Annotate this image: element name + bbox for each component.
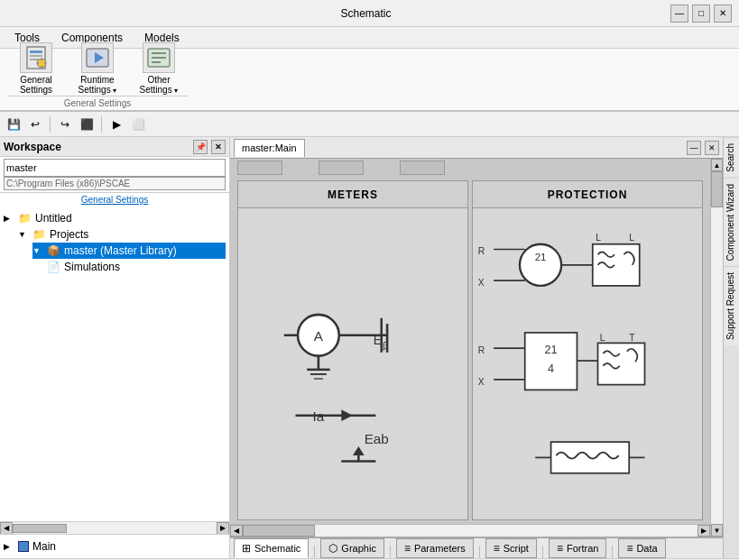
tab-schematic[interactable]: ⊞ Schematic	[234, 538, 309, 558]
general-settings-link[interactable]: General Settings	[0, 193, 229, 207]
other-settings-button[interactable]: OtherSettings ▾	[130, 38, 188, 90]
svg-text:β: β	[383, 340, 389, 351]
tree-expand-main: ▶	[4, 542, 14, 551]
toolbar-undo[interactable]: ↩	[25, 115, 45, 134]
side-panel-search[interactable]: Search	[724, 137, 739, 178]
svg-point-38	[520, 244, 561, 286]
workspace-pin-button[interactable]: 📌	[193, 140, 208, 154]
svg-rect-2	[30, 55, 42, 57]
tree-item-main[interactable]: ▶ Main	[4, 538, 226, 555]
workspace-hscroll[interactable]: ◀ ▶	[0, 521, 229, 534]
schematic-min-button[interactable]: —	[687, 141, 701, 155]
schematic-tab[interactable]: master:Main	[234, 139, 305, 157]
protection-svg: R X 21	[473, 208, 702, 519]
tree-expand-master: ▼	[32, 246, 43, 255]
toolbar-save[interactable]: 💾	[4, 115, 23, 134]
canvas-hscroll[interactable]: ◀ ▶	[230, 524, 710, 537]
side-panel-support-request[interactable]: Support Request	[724, 266, 739, 345]
workspace-bottom-tree: ▶ Main	[0, 534, 229, 558]
hscroll-thumb[interactable]	[243, 525, 315, 537]
hscroll-right[interactable]: ▶	[217, 522, 229, 535]
bottom-tabs: ⊞ Schematic ⬡ Graphic ≡ Parameters ≡ Scr…	[230, 537, 723, 558]
canvas-vscroll[interactable]: ▲ ▼	[710, 159, 723, 537]
side-panel-component-wizard[interactable]: Component Wizard	[724, 178, 739, 267]
tab-graphic[interactable]: ⬡ Graphic	[320, 538, 384, 558]
tab-fortran[interactable]: ≡ Fortran	[549, 538, 606, 558]
vscroll-thumb[interactable]	[711, 171, 723, 207]
tab-parameters[interactable]: ≡ Parameters	[396, 538, 474, 558]
svg-text:A: A	[314, 328, 324, 344]
svg-marker-33	[353, 446, 365, 455]
script-tab-label: Script	[503, 543, 529, 554]
tab-data[interactable]: ≡ Data	[618, 538, 665, 558]
ribbon-group-settings: GeneralSettings RuntimeSettings ▾	[7, 38, 188, 108]
tree-item-master[interactable]: ▼ 📦 master (Master Library)	[32, 243, 226, 259]
other-settings-label: OtherSettings ▾	[140, 75, 179, 96]
schematic-close-button[interactable]: ✕	[705, 141, 719, 155]
toolbar-separator-1	[50, 116, 51, 133]
tree-icon-simulations: 📄	[47, 261, 60, 273]
svg-text:X: X	[478, 377, 485, 387]
runtime-settings-button[interactable]: RuntimeSettings ▾	[69, 38, 126, 90]
title-bar-buttons: — □ ✕	[670, 5, 732, 23]
toolbar-extra1[interactable]: ▶	[106, 115, 126, 134]
workspace-header: Workspace 📌 ✕	[0, 137, 229, 157]
meters-body: A E β	[238, 208, 467, 519]
other-settings-icon	[143, 42, 175, 73]
vscroll-up-btn[interactable]: ▲	[711, 159, 723, 171]
maximize-button[interactable]: □	[692, 5, 710, 23]
hscroll-right-btn[interactable]: ▶	[697, 525, 710, 537]
ribbon-group-label: General Settings	[7, 96, 188, 108]
runtime-settings-label: RuntimeSettings ▾	[79, 75, 117, 96]
schematic-window-btns: — ✕	[687, 141, 719, 155]
tree-expand-untitled: ▶	[4, 214, 14, 223]
tree-icon-projects: 📁	[32, 228, 46, 241]
hscroll-track	[13, 524, 217, 533]
tree-icon-master: 📦	[47, 244, 60, 257]
minimize-button[interactable]: —	[670, 5, 688, 23]
parameters-tab-icon: ≡	[404, 542, 411, 555]
canvas-area: METERS A	[230, 159, 710, 537]
svg-text:21: 21	[545, 344, 558, 356]
svg-marker-29	[341, 409, 353, 421]
tree-item-projects[interactable]: ▼ 📁 Projects	[18, 226, 226, 243]
workspace-close-button[interactable]: ✕	[211, 140, 226, 154]
general-settings-button[interactable]: GeneralSettings	[7, 38, 65, 90]
tab-sep-4	[542, 546, 543, 558]
graphic-tab-label: Graphic	[341, 543, 376, 554]
library-area: C:\Program Files (x86)\PSCAE	[0, 157, 229, 193]
hscroll-track	[243, 525, 697, 537]
svg-text:L: L	[600, 333, 605, 343]
tree-label-master: master (Master Library)	[64, 244, 177, 257]
fortran-tab-label: Fortran	[567, 543, 598, 554]
close-button[interactable]: ✕	[714, 5, 732, 23]
vscroll-down-btn[interactable]: ▼	[711, 524, 723, 537]
library-path: C:\Program Files (x86)\PSCAE	[4, 177, 226, 190]
hscroll-left-btn[interactable]: ◀	[230, 525, 243, 537]
hscroll-thumb[interactable]	[13, 524, 67, 533]
connector-right	[319, 161, 364, 175]
schematic-tab-icon: ⊞	[242, 542, 251, 555]
toolbar-stop[interactable]: ⬛	[77, 115, 97, 134]
graphic-tab-icon: ⬡	[328, 542, 337, 555]
toolbar: 💾 ↩ ↪ ⬛ ▶ ⬜	[0, 112, 739, 137]
tree-item-simulations[interactable]: 📄 Simulations	[32, 259, 226, 275]
fortran-tab-icon: ≡	[557, 542, 563, 555]
toolbar-redo[interactable]: ↪	[55, 115, 75, 134]
workspace-title: Workspace	[4, 141, 61, 153]
svg-text:R: R	[478, 345, 485, 355]
tree-label-projects: Projects	[50, 228, 88, 241]
hscroll-left[interactable]: ◀	[0, 522, 13, 535]
connector-far-right	[400, 161, 445, 175]
tab-sep-3	[479, 546, 480, 558]
schematic-title-bar: master:Main — ✕	[230, 137, 723, 159]
ribbon-buttons: GeneralSettings RuntimeSettings ▾	[7, 38, 188, 90]
svg-text:T: T	[629, 333, 635, 343]
tree-item-untitled[interactable]: ▶ 📁 Untitled	[4, 210, 226, 226]
tree-icon-main	[18, 541, 29, 552]
toolbar-extra2[interactable]: ⬜	[128, 115, 148, 134]
general-settings-icon	[20, 42, 52, 73]
library-input[interactable]	[4, 159, 226, 177]
tab-script[interactable]: ≡ Script	[485, 538, 537, 558]
parameters-tab-label: Parameters	[414, 543, 466, 554]
